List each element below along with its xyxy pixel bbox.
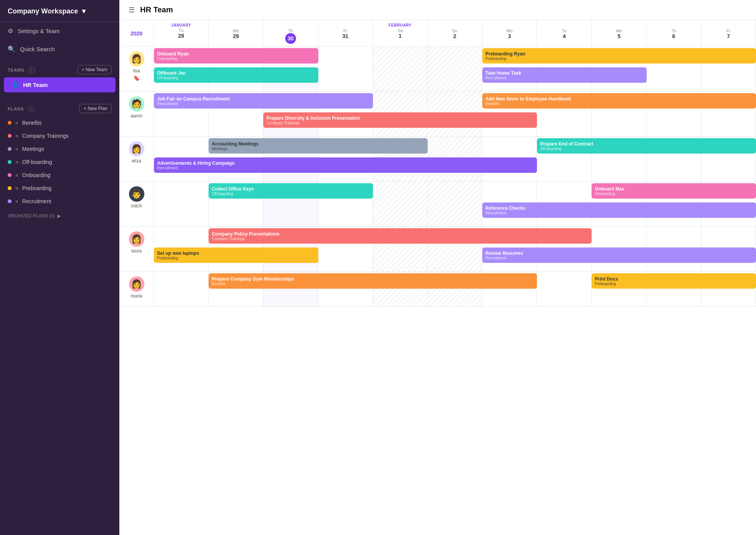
task-eliza-0-accounting-meetings[interactable]: Accounting MeetingsMeetings [209, 138, 428, 154]
cal-header-col-3: Fr31 [318, 20, 373, 46]
plan-lines-icon-meetings: ≡ [15, 146, 18, 152]
cal-header-col-10: Fr7 [701, 20, 756, 46]
task-aaron-1-prepare-diversity-&-[interactable]: Prepare Diversity & Inclusion Presentati… [263, 112, 537, 128]
plan-dot-recruitment [8, 199, 12, 203]
hamburger-icon[interactable]: ☰ [129, 6, 135, 14]
workspace-header[interactable]: Company Workspace ▾ [0, 0, 119, 22]
plan-item-benefits[interactable]: ≡ Benefits [0, 116, 119, 129]
avatar-aaron: 🧑 [129, 96, 144, 112]
cal-header-col-8: We5 [592, 20, 646, 46]
calendar-body: 👩lisa🔖Onboard RyanOnboardingPreboarding … [119, 47, 756, 307]
plan-lines-icon-company-trainings: ≡ [15, 133, 18, 139]
new-plan-button[interactable]: + New Plan [79, 104, 112, 113]
task-laura-0-company-policy-prese[interactable]: Company Policy PresentationsCompany Trai… [209, 228, 592, 244]
avatar-mitch: 👨 [129, 186, 144, 202]
main-content: ☰ HR Team 2020 JANUARYTu28We29Th30Fr31FE… [119, 0, 756, 535]
cal-header-col-0: JANUARYTu28 [154, 20, 209, 46]
cal-header-col-7: Tu4 [537, 20, 592, 46]
archived-chevron-icon: ▶ [57, 213, 61, 219]
cal-header-col-2: Th30 [263, 20, 318, 46]
person-col-aaron: 🧑aaron [119, 92, 154, 136]
person-row-lisa: 👩lisa🔖Onboard RyanOnboardingPreboarding … [119, 47, 756, 92]
avatar-eliza: 👩 [129, 141, 144, 157]
bookmark-icon-lisa: 🔖 [133, 75, 140, 81]
person-name-laura: laura [131, 248, 142, 254]
task-eliza-1-advertisements-&-hir[interactable]: Advertisements & Hiring CampaignRecruitm… [154, 157, 537, 173]
cal-header-col-4: FEBRUARYSa1 [373, 20, 428, 46]
task-lisa-1-offboard-jen[interactable]: Offboard JenOff-boarding [154, 67, 318, 83]
task-mitch-0-onboard-max[interactable]: Onboard MaxOnboarding [592, 183, 756, 199]
plan-lines-icon-preboarding: ≡ [15, 186, 18, 191]
task-eliza-0-prepare-end-of-contr[interactable]: Prepare End of ContractOff-boarding [537, 138, 756, 154]
page-title: HR Team [140, 5, 173, 14]
plan-item-onboarding[interactable]: ≡ Onboarding [0, 169, 119, 182]
new-team-button[interactable]: + New Team [77, 65, 112, 74]
teams-info-icon[interactable]: i [28, 67, 35, 73]
person-col-eliza: 👩eliza [119, 137, 154, 181]
tasks-area-laura: Company Policy PresentationsCompany Trai… [154, 227, 756, 271]
plan-label-onboarding: Onboarding [22, 172, 50, 178]
task-laura-1-review-resumes[interactable]: Review ResumesRecruitment [482, 247, 756, 263]
team-name: HR Team [23, 82, 48, 88]
person-name-aaron: aaron [130, 113, 142, 119]
hr-team-item[interactable]: 👤 HR Team [4, 77, 115, 92]
plan-item-preboarding[interactable]: ≡ Preboarding [0, 182, 119, 195]
plan-item-off-boarding[interactable]: ≡ Off-boarding [0, 155, 119, 169]
person-col-laura: 👩laura [119, 227, 154, 271]
quick-search-nav[interactable]: 🔍 Quick Search [0, 40, 119, 58]
plan-item-company-trainings[interactable]: ≡ Company Trainings [0, 129, 119, 142]
plan-label-off-boarding: Off-boarding [22, 159, 52, 165]
cal-header-col-9: Th6 [647, 20, 701, 46]
avatar-lisa: 👩 [129, 51, 144, 67]
task-mitch-1-reference-checks[interactable]: Reference ChecksRecruitment [482, 202, 756, 218]
archived-plans[interactable]: ARCHIVED PLANS (0) ▶ [0, 208, 119, 224]
person-row-mitch: 👨mitchCollect Office KeysOff-boardingOnb… [119, 182, 756, 227]
plans-list: ≡ Benefits ≡ Company Trainings ≡ Meeting… [0, 116, 119, 208]
plan-dot-preboarding [8, 186, 12, 190]
task-maria-0-prepare-company-gym-[interactable]: Prepare Company Gym MembershipsBenefits [209, 273, 537, 289]
person-name-eliza: eliza [132, 158, 141, 164]
settings-team-label: Settings & Team [18, 28, 60, 34]
task-aaron-0-add-new-items-to-emp[interactable]: Add New Items to Employee HandbookBenefi… [482, 93, 756, 109]
task-laura-1-set-up-new-laptops[interactable]: Set up new laptopsPreboarding [154, 247, 318, 263]
plan-label-meetings: Meetings [22, 146, 44, 152]
search-icon: 🔍 [8, 45, 15, 53]
settings-team-nav[interactable]: ⚙ Settings & Team [0, 22, 119, 40]
plan-dot-off-boarding [8, 160, 12, 164]
task-aaron-0-job-fair-on-campus-r[interactable]: Job Fair on Campus RecruitmentRecruitmen… [154, 93, 373, 109]
person-row-laura: 👩lauraCompany Policy PresentationsCompan… [119, 227, 756, 272]
plan-lines-icon-recruitment: ≡ [15, 199, 18, 204]
task-lisa-1-take-home-task[interactable]: Take Home TaskRecruitment [482, 67, 647, 83]
plan-label-benefits: Benefits [22, 120, 42, 126]
person-col-mitch: 👨mitch [119, 182, 154, 226]
cal-header-col-1: We29 [209, 20, 263, 46]
person-row-eliza: 👩elizaAccounting MeetingsMeetingsPrepare… [119, 137, 756, 182]
plan-dot-benefits [8, 121, 12, 125]
plan-label-preboarding: Preboarding [22, 185, 52, 191]
person-col-maria: 👩maria [119, 272, 154, 306]
person-name-maria: maria [130, 293, 142, 299]
plan-label-company-trainings: Company Trainings [22, 133, 69, 139]
cal-header-col-6: Mo3 [482, 20, 537, 46]
person-row-aaron: 🧑aaronJob Fair on Campus RecruitmentRecr… [119, 92, 756, 137]
plan-item-meetings[interactable]: ≡ Meetings [0, 142, 119, 155]
person-row-maria: 👩mariaPrepare Company Gym MembershipsBen… [119, 272, 756, 307]
plan-dot-company-trainings [8, 134, 12, 138]
task-maria-0-print-docs[interactable]: Print DocsPreboarding [592, 273, 756, 289]
sidebar: Company Workspace ▾ ⚙ Settings & Team 🔍 … [0, 0, 119, 535]
calendar-container[interactable]: 2020 JANUARYTu28We29Th30Fr31FEBRUARYSa1S… [119, 20, 756, 535]
tasks-area-lisa: Onboard RyanOnboardingPreboarding RyanPr… [154, 47, 756, 91]
avatar-laura: 👩 [129, 231, 144, 247]
task-mitch-0-collect-office-keys[interactable]: Collect Office KeysOff-boarding [209, 183, 373, 199]
teams-section-title: TEAMS [8, 68, 25, 72]
calendar-header: 2020 JANUARYTu28We29Th30Fr31FEBRUARYSa1S… [119, 20, 756, 47]
task-lisa-0-onboard-ryan[interactable]: Onboard RyanOnboarding [154, 48, 318, 64]
workspace-chevron-icon: ▾ [82, 7, 85, 15]
tasks-area-eliza: Accounting MeetingsMeetingsPrepare End o… [154, 137, 756, 181]
workspace-name: Company Workspace [8, 7, 78, 15]
plan-dot-meetings [8, 147, 12, 151]
task-lisa-0-preboarding-ryan[interactable]: Preboarding RyanPreboarding [482, 48, 756, 64]
plans-info-icon[interactable]: i [28, 106, 34, 112]
plan-item-recruitment[interactable]: ≡ Recruitment [0, 195, 119, 208]
cal-header-col-5: Su2 [428, 20, 482, 46]
